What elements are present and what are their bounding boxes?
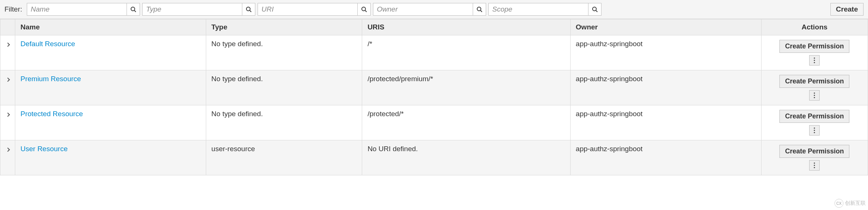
header-uris: URIS xyxy=(362,19,570,35)
filter-name-search-button[interactable] xyxy=(127,3,140,16)
more-actions-button[interactable] xyxy=(809,55,820,66)
name-cell: Protected Resource xyxy=(15,105,206,140)
uris-cell: /protected/premium/* xyxy=(362,70,570,105)
create-permission-button[interactable]: Create Permission xyxy=(779,40,849,53)
uris-cell: No URI defined. xyxy=(362,140,570,175)
filter-label: Filter: xyxy=(4,5,22,13)
svg-line-5 xyxy=(365,10,367,12)
type-cell: No type defined. xyxy=(206,105,362,140)
filter-type-group xyxy=(142,3,255,16)
resource-link[interactable]: Premium Resource xyxy=(20,75,81,83)
svg-point-10 xyxy=(814,57,815,58)
table-row: Default ResourceNo type defined./*app-au… xyxy=(0,35,868,70)
table-header-row: Name Type URIS Owner Actions xyxy=(0,19,868,35)
svg-point-13 xyxy=(814,92,815,93)
svg-point-0 xyxy=(131,7,135,11)
filter-scope-search-button[interactable] xyxy=(588,3,601,16)
actions-stack: Create Permission xyxy=(767,110,862,136)
chevron-right-icon xyxy=(6,112,10,117)
search-icon xyxy=(476,6,482,12)
expand-toggle[interactable] xyxy=(0,140,15,175)
resources-table: Name Type URIS Owner Actions Default Res… xyxy=(0,19,868,175)
table-row: Premium ResourceNo type defined./protect… xyxy=(0,70,868,105)
filter-uri-search-button[interactable] xyxy=(357,3,371,16)
filter-type-search-button[interactable] xyxy=(242,3,255,16)
resource-link[interactable]: User Resource xyxy=(20,145,68,153)
owner-cell: app-authz-springboot xyxy=(570,105,761,140)
search-icon xyxy=(592,6,598,12)
type-cell: No type defined. xyxy=(206,35,362,70)
svg-point-8 xyxy=(593,7,596,11)
create-permission-button[interactable]: Create Permission xyxy=(779,145,849,158)
svg-point-4 xyxy=(362,7,366,11)
type-cell: No type defined. xyxy=(206,70,362,105)
filter-type-input[interactable] xyxy=(142,3,242,16)
actions-cell: Create Permission xyxy=(761,140,868,175)
svg-point-6 xyxy=(477,7,481,11)
actions-stack: Create Permission xyxy=(767,75,862,101)
search-icon xyxy=(246,6,252,12)
expand-toggle[interactable] xyxy=(0,35,15,70)
svg-point-11 xyxy=(814,60,815,61)
name-cell: Default Resource xyxy=(15,35,206,70)
header-expand xyxy=(0,19,15,35)
actions-cell: Create Permission xyxy=(761,35,868,70)
owner-cell: app-authz-springboot xyxy=(570,140,761,175)
create-button[interactable]: Create xyxy=(830,3,864,16)
actions-stack: Create Permission xyxy=(767,40,862,66)
filter-scope-group xyxy=(488,3,601,16)
filter-owner-group xyxy=(373,3,486,16)
header-owner: Owner xyxy=(570,19,761,35)
more-actions-button[interactable] xyxy=(809,160,820,171)
owner-cell: app-authz-springboot xyxy=(570,70,761,105)
svg-point-19 xyxy=(814,162,815,163)
chevron-right-icon xyxy=(6,42,10,47)
svg-point-20 xyxy=(814,165,815,166)
name-cell: Premium Resource xyxy=(15,70,206,105)
chevron-right-icon xyxy=(6,77,10,82)
actions-cell: Create Permission xyxy=(761,105,868,140)
svg-point-16 xyxy=(814,127,815,128)
search-icon xyxy=(361,6,367,12)
header-actions: Actions xyxy=(761,19,868,35)
actions-stack: Create Permission xyxy=(767,145,862,171)
expand-toggle[interactable] xyxy=(0,105,15,140)
svg-line-9 xyxy=(596,10,597,12)
owner-cell: app-authz-springboot xyxy=(570,35,761,70)
create-permission-button[interactable]: Create Permission xyxy=(779,75,849,88)
filter-bar: Filter: Create xyxy=(0,0,868,19)
filter-owner-input[interactable] xyxy=(373,3,473,16)
filter-uri-group xyxy=(258,3,371,16)
table-row: User Resourceuser-resourceNo URI defined… xyxy=(0,140,868,175)
table-row: Protected ResourceNo type defined./prote… xyxy=(0,105,868,140)
type-cell: user-resource xyxy=(206,140,362,175)
uris-cell: /* xyxy=(362,35,570,70)
uris-cell: /protected/* xyxy=(362,105,570,140)
svg-point-17 xyxy=(814,130,815,131)
svg-point-2 xyxy=(246,7,250,11)
kebab-icon xyxy=(814,162,815,168)
filter-name-group xyxy=(27,3,140,16)
header-name: Name xyxy=(15,19,206,35)
expand-toggle[interactable] xyxy=(0,70,15,105)
svg-line-7 xyxy=(481,10,482,12)
svg-point-18 xyxy=(814,132,815,133)
svg-point-14 xyxy=(814,95,815,96)
chevron-right-icon xyxy=(6,147,10,152)
search-icon xyxy=(130,6,136,12)
actions-cell: Create Permission xyxy=(761,70,868,105)
svg-point-12 xyxy=(814,62,815,63)
more-actions-button[interactable] xyxy=(809,90,820,101)
create-permission-button[interactable]: Create Permission xyxy=(779,110,849,123)
header-type: Type xyxy=(206,19,362,35)
filter-uri-input[interactable] xyxy=(258,3,357,16)
resource-link[interactable]: Protected Resource xyxy=(20,110,83,118)
more-actions-button[interactable] xyxy=(809,125,820,136)
resource-link[interactable]: Default Resource xyxy=(20,40,75,48)
filter-scope-input[interactable] xyxy=(488,3,588,16)
svg-point-15 xyxy=(814,97,815,98)
filter-owner-search-button[interactable] xyxy=(473,3,486,16)
kebab-icon xyxy=(814,57,815,63)
kebab-icon xyxy=(814,127,815,133)
filter-name-input[interactable] xyxy=(27,3,127,16)
